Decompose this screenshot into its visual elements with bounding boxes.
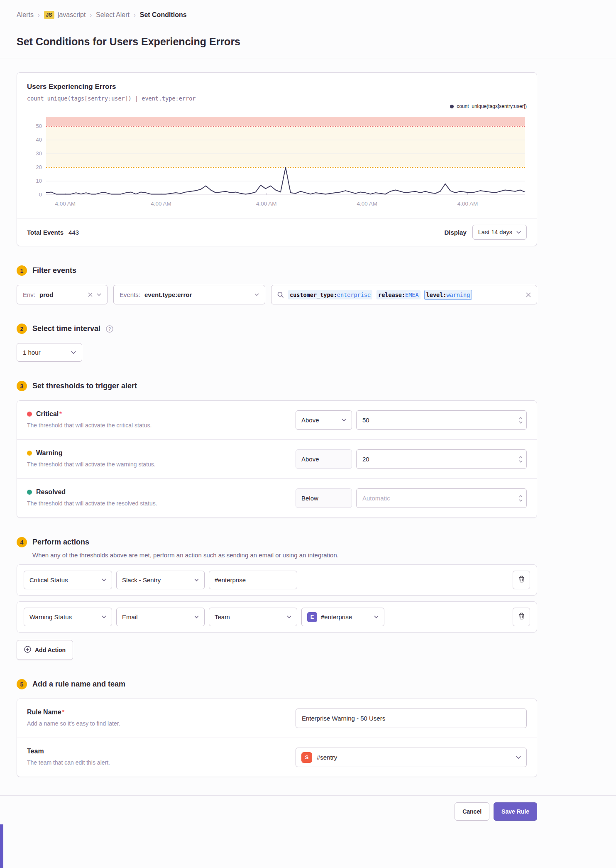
number-stepper-icon[interactable] (519, 456, 523, 463)
warning-comparison-display: Above (296, 449, 352, 469)
save-rule-button[interactable]: Save Rule (494, 802, 537, 821)
left-edge-accent (0, 824, 3, 868)
action-status-value: Warning Status (29, 613, 72, 620)
breadcrumb-alerts[interactable]: Alerts (17, 11, 34, 19)
step-4-badge: 4 (17, 537, 27, 547)
critical-comparison-dropdown[interactable]: Above (296, 410, 352, 430)
team-description: The team that can edit this alert. (27, 759, 283, 766)
action-integration-value: Email (122, 613, 138, 620)
display-range-dropdown[interactable]: Last 14 days (472, 225, 527, 240)
team-avatar: S (301, 752, 312, 763)
event-search-input[interactable]: customer_type:enterprise release:EMEA le… (271, 285, 537, 304)
events-label: Events: (120, 291, 140, 298)
number-stepper-icon[interactable] (519, 495, 523, 502)
breadcrumb-project[interactable]: JS javascript (44, 11, 86, 19)
footer-divider (0, 795, 616, 796)
token-value: enterprise (337, 292, 371, 298)
search-icon (277, 292, 284, 298)
events-line-chart: 010203040504:00 AM4:00 AM4:00 AM4:00 AM4… (27, 112, 528, 213)
delete-action-button[interactable] (513, 608, 530, 626)
action-channel-input[interactable] (209, 571, 297, 589)
breadcrumb-separator: › (90, 12, 92, 18)
chevron-down-icon (374, 615, 379, 618)
token-key: level: (426, 292, 447, 298)
search-token[interactable]: customer_type:enterprise (288, 290, 372, 299)
section-perform-actions: 4 Perform actions (17, 537, 537, 547)
team-value: #sentry (317, 754, 337, 761)
critical-status-icon (27, 412, 32, 417)
time-interval-value: 1 hour (23, 349, 41, 356)
chevron-down-icon (254, 293, 259, 296)
help-icon[interactable]: ? (106, 325, 113, 333)
total-events-label: Total Events (27, 229, 64, 236)
token-value: warning (446, 292, 470, 298)
resolved-status-icon (27, 490, 32, 495)
delete-action-button[interactable] (513, 571, 530, 589)
resolved-label: Resolved (36, 488, 66, 496)
warning-threshold-row: Warning The threshold that will activate… (17, 439, 537, 478)
warning-status-icon (27, 451, 32, 456)
clear-env-icon[interactable] (88, 292, 93, 297)
token-value: EMEA (405, 292, 419, 298)
critical-comparison-value: Above (301, 417, 319, 424)
section-time-interval: 2 Select time interval ? (17, 324, 537, 334)
number-stepper-icon[interactable] (519, 417, 523, 424)
action-status-dropdown[interactable]: Critical Status (24, 571, 112, 589)
chart-query: count_unique(tags[sentry:user]) | event.… (27, 95, 527, 102)
svg-text:50: 50 (36, 123, 42, 129)
breadcrumb-select-alert[interactable]: Select Alert (96, 11, 130, 19)
rule-name-input[interactable] (296, 709, 527, 728)
env-value: prod (39, 291, 53, 298)
header-divider (0, 58, 616, 58)
perform-actions-title: Perform actions (32, 538, 89, 547)
svg-text:10: 10 (36, 178, 42, 184)
rule-name-section-title: Add a rule name and team (32, 680, 125, 689)
warning-threshold-input[interactable] (356, 449, 527, 469)
environment-filter-dropdown[interactable]: Env: prod (17, 285, 108, 304)
chevron-down-icon (342, 419, 346, 422)
cancel-button[interactable]: Cancel (455, 802, 489, 821)
chevron-down-icon (102, 615, 106, 618)
action-integration-dropdown[interactable]: Slack - Sentry (116, 571, 205, 589)
search-token[interactable]: level:warning (425, 290, 472, 299)
resolved-description: The threshold that will activate the res… (27, 500, 283, 507)
action-target-type-dropdown[interactable]: Team (209, 608, 297, 626)
token-key: customer_type: (290, 292, 337, 298)
javascript-project-icon: JS (44, 11, 54, 19)
token-key: release: (378, 292, 405, 298)
team-dropdown[interactable]: S #sentry (296, 748, 527, 767)
action-team-dropdown[interactable]: E #enterprise (301, 608, 384, 626)
rule-name-row: Rule Name Add a name so it's easy to fin… (17, 699, 537, 738)
action-integration-dropdown[interactable]: Email (116, 608, 205, 626)
team-label: Team (27, 748, 44, 755)
resolved-threshold-input[interactable] (356, 488, 527, 508)
svg-text:20: 20 (36, 164, 42, 170)
action-row-critical: Critical Status Slack - Sentry (17, 564, 537, 596)
action-status-dropdown[interactable]: Warning Status (24, 608, 112, 626)
action-row-warning: Warning Status Email Team E #enterprise (17, 601, 537, 633)
section-thresholds: 3 Set thresholds to trigger alert (17, 381, 537, 391)
legend-series-label: count_unique(tags[sentry:user]) (457, 103, 527, 109)
clear-search-icon[interactable] (526, 292, 531, 297)
chart-title: Users Experiencing Errors (27, 83, 527, 91)
add-action-button[interactable]: Add Action (17, 640, 73, 660)
svg-text:30: 30 (36, 150, 42, 157)
event-types-dropdown[interactable]: Events: event.type:error (113, 285, 265, 304)
page-header: Alerts › JS javascript › Select Alert › … (0, 0, 616, 48)
filter-events-title: Filter events (32, 266, 76, 275)
events-value: event.type:error (144, 291, 192, 298)
critical-threshold-input[interactable] (356, 410, 527, 430)
perform-actions-description: When any of the thresholds above are met… (32, 552, 537, 559)
chart-footer: Total Events 443 Display Last 14 days (17, 218, 537, 246)
events-chart-panel: Users Experiencing Errors count_unique(t… (17, 72, 537, 246)
search-token[interactable]: release:EMEA (376, 290, 420, 299)
svg-text:4:00 AM: 4:00 AM (357, 201, 377, 207)
chart-legend: count_unique(tags[sentry:user]) (27, 103, 527, 109)
time-interval-dropdown[interactable]: 1 hour (17, 343, 82, 362)
thresholds-panel: Critical The threshold that will activat… (17, 400, 537, 518)
section-filter-events: 1 Filter events (17, 265, 537, 276)
trash-icon (518, 576, 525, 584)
breadcrumb: Alerts › JS javascript › Select Alert › … (17, 11, 599, 19)
chevron-down-icon (97, 293, 101, 296)
action-target-type-value: Team (215, 613, 230, 620)
